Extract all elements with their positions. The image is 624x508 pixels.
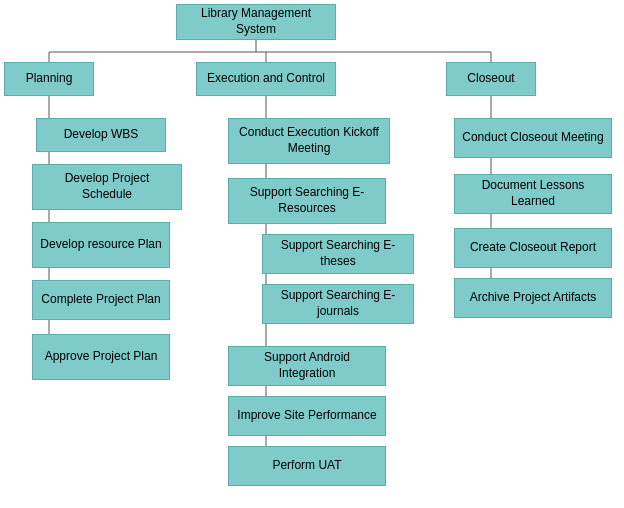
node-kickoff: Conduct Execution Kickoff Meeting bbox=[228, 118, 390, 164]
node-uat: Perform UAT bbox=[228, 446, 386, 486]
node-android: Support Android Integration bbox=[228, 346, 386, 386]
node-archive: Archive Project Artifacts bbox=[454, 278, 612, 318]
node-root: Library Management System bbox=[176, 4, 336, 40]
node-wbs: Develop WBS bbox=[36, 118, 166, 152]
node-schedule: Develop Project Schedule bbox=[32, 164, 182, 210]
node-complete: Complete Project Plan bbox=[32, 280, 170, 320]
chart-container: Library Management System Planning Execu… bbox=[0, 0, 624, 508]
node-closeout: Closeout bbox=[446, 62, 536, 96]
node-closeout-meeting: Conduct Closeout Meeting bbox=[454, 118, 612, 158]
node-etheses: Support Searching E-theses bbox=[262, 234, 414, 274]
node-approve: Approve Project Plan bbox=[32, 334, 170, 380]
node-execution: Execution and Control bbox=[196, 62, 336, 96]
node-planning: Planning bbox=[4, 62, 94, 96]
node-searching: Support Searching E-Resources bbox=[228, 178, 386, 224]
node-resource: Develop resource Plan bbox=[32, 222, 170, 268]
node-site: Improve Site Performance bbox=[228, 396, 386, 436]
node-ejournals: Support Searching E-journals bbox=[262, 284, 414, 324]
node-lessons: Document Lessons Learned bbox=[454, 174, 612, 214]
node-closeout-report: Create Closeout Report bbox=[454, 228, 612, 268]
